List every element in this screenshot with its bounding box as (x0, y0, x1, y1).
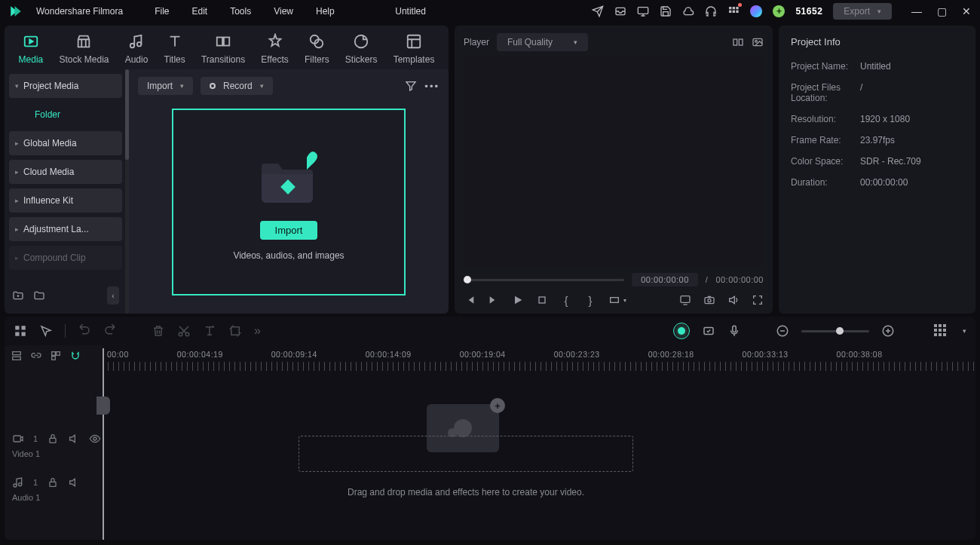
panel-tabs: Media Stock Media Audio Titles Transitio… (5, 26, 449, 69)
view-mode-icon[interactable] (934, 324, 951, 338)
cast-icon[interactable] (679, 294, 691, 306)
tab-transitions[interactable]: Transitions (201, 33, 245, 65)
menu-file[interactable]: File (155, 6, 169, 17)
fullscreen-icon[interactable] (752, 294, 764, 306)
sidebar-item-compound-clip[interactable]: ▸Compound Clip (9, 246, 122, 270)
window-controls: — ▢ ✕ (911, 5, 971, 17)
sidebar-item-cloud-media[interactable]: ▸Cloud Media (9, 160, 122, 184)
chevron-right-icon: ▸ (15, 139, 19, 147)
scrub-handle[interactable] (464, 276, 471, 283)
tab-filters[interactable]: Filters (305, 33, 329, 65)
prev-frame-icon[interactable] (464, 294, 476, 306)
track-snap-icon[interactable] (69, 350, 81, 362)
sidebar-item-adjustment-layer[interactable]: ▸Adjustment La... (9, 217, 122, 241)
step-back-icon[interactable] (488, 294, 500, 306)
save-icon[interactable] (660, 5, 672, 17)
sidebar-item-global-media[interactable]: ▸Global Media (9, 131, 122, 155)
ai-assistant-icon[interactable] (673, 323, 690, 339)
track-magnet-icon[interactable] (50, 350, 62, 362)
delete-icon[interactable] (152, 324, 165, 338)
minimize-icon[interactable]: — (911, 5, 922, 17)
maximize-icon[interactable]: ▢ (937, 5, 947, 17)
import-dropzone[interactable]: Import Videos, audios, and images (172, 109, 406, 295)
monitor-icon[interactable] (637, 5, 649, 17)
undo-icon[interactable] (78, 324, 91, 338)
filter-icon[interactable] (405, 80, 417, 92)
svg-rect-41 (52, 357, 56, 360)
timeline-drop-area[interactable] (299, 436, 633, 472)
tab-stock-media[interactable]: Stock Media (59, 33, 109, 65)
inbox-icon[interactable] (614, 5, 626, 17)
tab-titles[interactable]: Titles (164, 33, 185, 65)
close-icon[interactable]: ✕ (962, 5, 971, 17)
sidebar-item-folder[interactable]: Folder (9, 103, 122, 127)
menu-tools[interactable]: Tools (230, 6, 251, 17)
quality-select[interactable]: Full Quality▾ (497, 33, 588, 51)
lock-icon[interactable] (47, 476, 59, 488)
cut-icon[interactable] (177, 324, 191, 338)
import-dropdown[interactable]: Import▾ (138, 77, 193, 95)
text-tool-icon[interactable] (203, 324, 216, 338)
chevron-right-icon: ▸ (15, 197, 19, 204)
track-link-icon[interactable] (30, 350, 42, 362)
tab-media[interactable]: Media (19, 33, 44, 65)
tab-stickers[interactable]: Stickers (345, 33, 378, 65)
enhancement-icon[interactable] (702, 324, 715, 338)
svg-rect-2 (729, 7, 731, 9)
new-folder-icon[interactable] (12, 289, 24, 302)
tab-templates[interactable]: Templates (394, 33, 435, 65)
add-media-icon[interactable]: + (490, 398, 505, 413)
visibility-icon[interactable] (89, 433, 101, 445)
more-tools-icon[interactable]: » (254, 324, 261, 338)
zoom-slider[interactable] (801, 330, 869, 332)
picture-icon[interactable] (752, 36, 764, 48)
apps-icon-wrap[interactable] (727, 5, 740, 17)
ruler-tick: 00:00:38:08 (837, 350, 883, 359)
pointer-icon[interactable] (39, 324, 53, 338)
cloud-icon[interactable] (682, 5, 694, 17)
scrub-slider[interactable] (464, 279, 624, 281)
volume-icon[interactable] (727, 294, 740, 306)
tab-effects[interactable]: Effects (261, 33, 288, 65)
tab-audio[interactable]: Audio (125, 33, 149, 65)
svg-rect-18 (739, 39, 743, 45)
credits-icon (773, 5, 785, 17)
timeline-ruler[interactable]: 00:00 00:00:04:19 00:00:09:14 00:00:14:0… (103, 350, 975, 375)
crop-icon[interactable] (228, 324, 242, 338)
snapshot-icon[interactable] (703, 294, 715, 306)
lock-icon[interactable] (47, 433, 59, 445)
menu-view[interactable]: View (274, 6, 293, 17)
redo-icon[interactable] (103, 324, 117, 338)
mute-icon[interactable] (68, 476, 80, 488)
zoom-out-icon[interactable] (776, 324, 789, 338)
track-layers-icon[interactable] (11, 350, 23, 362)
mark-in-icon[interactable]: { (560, 294, 572, 306)
stop-icon[interactable] (536, 294, 548, 306)
svg-rect-47 (50, 482, 56, 486)
new-bin-icon[interactable] (33, 289, 45, 302)
collapse-sidebar-button[interactable]: ‹ (107, 286, 119, 305)
playhead-handle[interactable] (96, 397, 110, 415)
record-dropdown[interactable]: Record▾ (201, 77, 273, 95)
menu-help[interactable]: Help (316, 6, 335, 17)
playhead[interactable] (103, 348, 104, 540)
send-icon[interactable] (592, 5, 604, 17)
chevron-down-icon: ▾ (15, 82, 19, 90)
sidebar-item-influence-kit[interactable]: ▸Influence Kit (9, 188, 122, 213)
headphones-icon[interactable] (705, 5, 717, 17)
aspect-dropdown[interactable]: ▾ (608, 294, 626, 306)
zoom-in-icon[interactable] (881, 324, 895, 338)
info-resolution: Resolution:1920 x 1080 (791, 114, 963, 124)
play-icon[interactable] (512, 294, 524, 306)
mute-icon[interactable] (68, 433, 80, 445)
grid-icon[interactable] (14, 324, 27, 338)
microphone-icon[interactable] (727, 324, 741, 338)
export-button[interactable]: Export ▾ (833, 3, 892, 20)
sidebar-item-project-media[interactable]: ▾Project Media (9, 74, 122, 98)
more-icon[interactable]: ••• (424, 81, 439, 92)
import-button[interactable]: Import (260, 221, 318, 240)
menu-edit[interactable]: Edit (192, 6, 208, 17)
user-avatar[interactable] (750, 5, 762, 17)
compare-icon[interactable] (732, 36, 744, 48)
mark-out-icon[interactable]: } (584, 294, 596, 306)
